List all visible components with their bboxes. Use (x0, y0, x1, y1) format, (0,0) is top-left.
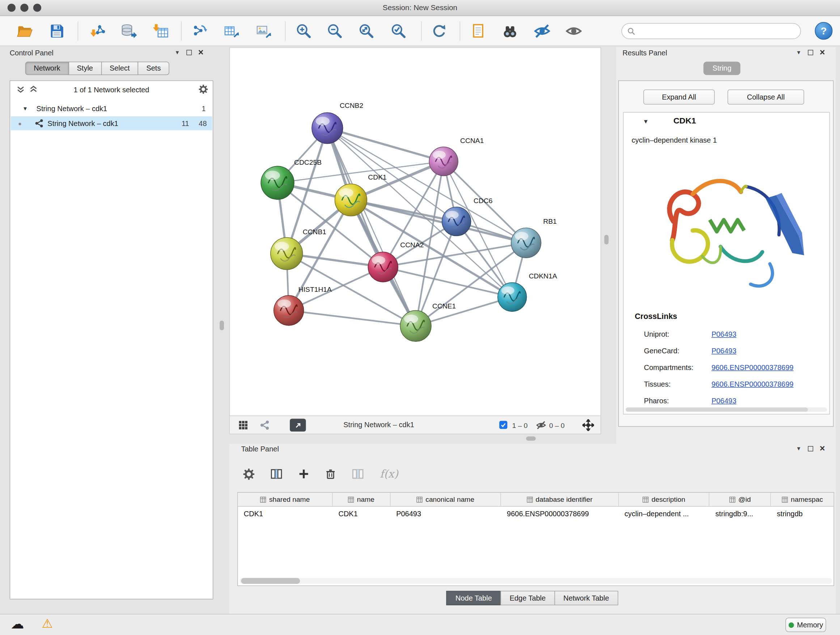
network-node-CDC25B[interactable] (261, 166, 294, 200)
table-import-icon (152, 22, 169, 40)
zoom-selected-button[interactable] (390, 22, 408, 40)
table-scrollbar-thumb[interactable] (241, 578, 300, 584)
network-collection-row[interactable]: ▼ String Network – cdk1 1 (11, 101, 212, 116)
refresh-button[interactable] (430, 22, 448, 40)
column-header-canonical-name[interactable]: canonical name (390, 493, 501, 506)
zoom-in-button[interactable] (294, 22, 313, 40)
float-panel-icon[interactable]: ▼ (175, 49, 180, 55)
import-table-from-file-button[interactable] (152, 22, 170, 40)
network-node-CCNA2[interactable] (368, 252, 398, 282)
memory-status-dot-icon (788, 622, 794, 628)
close-panel-icon[interactable]: × (198, 50, 204, 55)
maximize-panel-icon[interactable] (808, 50, 813, 55)
delete-column-trash-icon[interactable] (325, 469, 336, 479)
maximize-panel-icon[interactable] (186, 50, 192, 55)
import-network-from-file-button[interactable] (88, 22, 106, 40)
tab-sets[interactable]: Sets (138, 62, 169, 75)
left-splitter-handle[interactable] (219, 321, 224, 331)
section-scrollbar-thumb[interactable] (626, 407, 808, 412)
network-node-CCNA1[interactable] (429, 147, 458, 176)
table-body: CDK1CDK1P064939606.ENSP00000378699cyclin… (238, 507, 834, 521)
network-node-CDKN1A[interactable] (498, 282, 527, 311)
crosslink-value-link[interactable]: 9606.ENSP00000378699 (712, 380, 794, 388)
export-table-button[interactable] (223, 22, 240, 40)
column-icon (526, 496, 533, 503)
zoom-fit-button[interactable] (357, 22, 376, 40)
import-network-from-database-button[interactable] (119, 22, 137, 40)
cloud-icon[interactable]: ☁ (11, 616, 24, 632)
zoom-in-icon (295, 22, 312, 40)
section-collapse-triangle-icon[interactable]: ▼ (643, 118, 649, 125)
network-edges[interactable] (278, 128, 526, 326)
search-input[interactable] (638, 27, 795, 35)
network-node-CCNB1[interactable] (271, 238, 303, 270)
zoom-out-button[interactable] (325, 22, 344, 40)
right-splitter-handle[interactable] (604, 235, 608, 245)
table-panel: Table Panel ▼ × f(x) shared namenamecano… (229, 444, 836, 614)
tab-network-table[interactable]: Network Table (554, 591, 618, 605)
network-node-CDK1[interactable] (335, 184, 367, 216)
new-network-from-selection-button[interactable] (190, 22, 208, 40)
fit-content-crosshair-icon[interactable] (583, 419, 594, 431)
column-header-id[interactable]: @id (709, 493, 771, 506)
help-button[interactable]: ? (815, 22, 832, 40)
network-node-RB1[interactable] (511, 228, 541, 258)
add-column-icon[interactable] (298, 469, 309, 479)
collapse-triangle-icon[interactable]: ▼ (22, 105, 28, 111)
memory-button[interactable]: Memory (785, 618, 826, 632)
annotation-button[interactable] (469, 22, 487, 40)
column-header-shared-name[interactable]: shared name (238, 493, 333, 506)
expand-all-button[interactable]: Expand All (644, 89, 715, 104)
horizontal-splitter-handle[interactable] (526, 436, 536, 440)
close-panel-icon[interactable]: × (820, 446, 825, 451)
share-view-icon[interactable] (260, 420, 270, 430)
network-canvas[interactable]: CCNB2CCNA1CDC25BCDK1CDC6RB1CCNB1CCNA2CDK… (230, 48, 600, 416)
hide-selected-button[interactable] (533, 22, 551, 40)
toolbar-search[interactable] (622, 23, 801, 39)
close-panel-icon[interactable]: × (820, 50, 825, 55)
crosslink-value-link[interactable]: P06493 (712, 347, 737, 355)
network-row-selected[interactable]: ● String Network – cdk1 11 48 (11, 116, 212, 130)
tab-select[interactable]: Select (101, 62, 138, 75)
network-node-CCNB2[interactable] (312, 112, 343, 144)
show-all-button[interactable] (565, 22, 583, 40)
crosslink-value-link[interactable]: P06493 (712, 330, 737, 338)
save-session-button[interactable] (48, 22, 66, 40)
show-columns-icon[interactable] (271, 468, 283, 480)
tab-string[interactable]: String (703, 62, 741, 75)
collapse-all-button[interactable]: Collapse All (728, 89, 804, 104)
tab-network[interactable]: Network (25, 62, 69, 75)
crosslink-value-link[interactable]: 9606.ENSP00000378699 (712, 363, 794, 371)
open-in-new-window-button[interactable] (290, 419, 306, 432)
crosslink-value-link[interactable]: P06493 (712, 397, 737, 405)
column-header-namespac[interactable]: namespac (771, 493, 834, 506)
search-network-button[interactable] (501, 22, 519, 40)
node-label-CDK1: CDK1 (368, 173, 386, 181)
table-options-gear-icon[interactable] (243, 469, 254, 480)
export-image-button[interactable] (254, 22, 272, 40)
grid-view-icon[interactable] (238, 420, 248, 430)
tab-node-table[interactable]: Node Table (447, 591, 501, 605)
open-folder-icon (16, 22, 33, 40)
selected-checkbox-icon[interactable] (499, 421, 507, 429)
tab-style[interactable]: Style (68, 62, 102, 75)
float-panel-icon[interactable]: ▼ (796, 446, 802, 451)
network-options-button[interactable] (199, 85, 208, 96)
warning-icon[interactable]: ⚠ (42, 616, 53, 631)
float-panel-icon[interactable]: ▼ (796, 49, 802, 55)
open-file-button[interactable] (16, 22, 34, 40)
edge-HIST1H1A-CCNE1[interactable] (289, 310, 416, 326)
column-header-database-identifier[interactable]: database identifier (501, 493, 619, 506)
network-node-CCNE1[interactable] (400, 310, 431, 341)
edge-CCNB2-CCNE1[interactable] (327, 128, 416, 326)
network-node-CDC6[interactable] (442, 207, 471, 236)
network-node-HIST1H1A[interactable] (274, 295, 304, 325)
column-header-name[interactable]: name (332, 493, 390, 506)
column-header-description[interactable]: description (619, 493, 709, 506)
zoom-fit-icon (358, 22, 375, 40)
table-row[interactable]: CDK1CDK1P064939606.ENSP00000378699cyclin… (238, 507, 834, 521)
maximize-panel-icon[interactable] (808, 446, 813, 451)
tab-edge-table[interactable]: Edge Table (500, 591, 554, 605)
hidden-eye-slash-icon[interactable] (536, 420, 546, 430)
edge-CDK1-RB1[interactable] (351, 200, 526, 242)
